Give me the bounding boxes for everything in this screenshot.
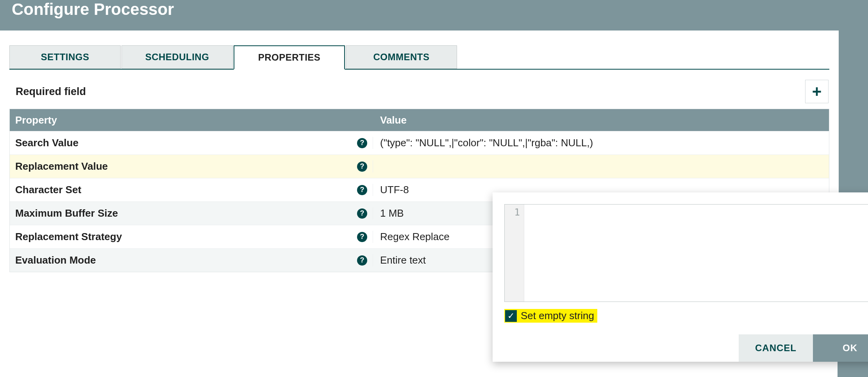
check-icon: ✓ [507,311,514,321]
table-header: Property Value [10,109,829,131]
tab-comments[interactable]: COMMENTS [346,45,457,69]
required-row: Required field + [10,80,829,103]
dialog-title: Configure Processor [12,0,827,19]
empty-string-row: ✓ Set empty string [504,309,597,323]
help-icon[interactable]: ? [357,162,367,172]
help-icon[interactable]: ? [357,138,367,148]
help-icon[interactable]: ? [357,232,367,242]
tabs: SETTINGS SCHEDULING PROPERTIES COMMENTS [9,45,829,70]
help-icon[interactable]: ? [357,255,367,266]
tab-scheduling[interactable]: SCHEDULING [121,45,233,69]
dialog-header: Configure Processor [0,0,839,31]
editor-gutter: 1 [505,205,524,302]
help-icon[interactable]: ? [357,185,367,195]
property-name: Character Set [15,184,81,196]
cancel-button[interactable]: CANCEL [739,334,813,362]
property-name: Maximum Buffer Size [15,207,118,219]
table-row[interactable]: Search Value ? ("type": "NULL",|"color":… [10,131,829,154]
tab-properties[interactable]: PROPERTIES [234,45,345,70]
header-value: Value [373,114,829,126]
value-editor-textarea[interactable] [524,205,868,302]
help-icon[interactable]: ? [357,208,367,219]
property-name: Replacement Strategy [15,231,122,243]
empty-string-label: Set empty string [521,310,594,322]
header-property: Property [10,114,373,126]
value-editor-popup: 1 ✓ Set empty string CANCEL OK [493,192,868,362]
property-name: Replacement Value [15,160,108,172]
editor-box: 1 [504,204,868,302]
tab-settings[interactable]: SETTINGS [9,45,121,69]
add-property-button[interactable]: + [805,80,829,103]
property-name: Search Value [15,137,79,149]
empty-string-checkbox[interactable]: ✓ [505,310,517,322]
table-row[interactable]: Replacement Value ? [10,154,829,178]
popup-buttons: CANCEL OK [493,334,868,362]
property-name: Evaluation Mode [15,254,96,266]
required-label: Required field [10,86,86,98]
property-value[interactable]: ("type": "NULL",|"color": "NULL",|"rgba"… [373,137,829,149]
ok-button[interactable]: OK [813,334,868,362]
plus-icon: + [812,82,822,101]
